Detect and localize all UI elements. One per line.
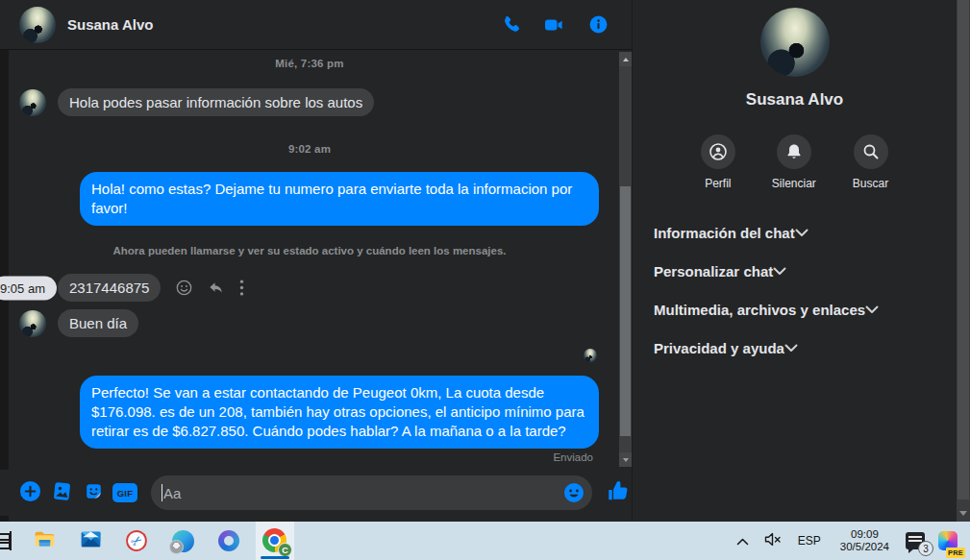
- message-input-pill[interactable]: [151, 475, 592, 510]
- time-divider: Mié, 7:36 pm: [0, 58, 619, 69]
- avatar[interactable]: [19, 7, 56, 43]
- main-row: Susana Alvo: [0, 0, 970, 522]
- action-label: Perfil: [705, 177, 731, 190]
- info-icon: [588, 14, 609, 35]
- profile-avatar[interactable]: [760, 8, 830, 77]
- avatar[interactable]: [19, 89, 46, 116]
- open-more-actions-button[interactable]: [17, 480, 42, 505]
- menu-item-media-files-links[interactable]: Multimedia, archivos y enlaces: [633, 290, 957, 329]
- message-row-incoming: Buen día: [0, 309, 619, 337]
- time-divider: 9:02 am: [0, 143, 619, 155]
- attach-gif-button[interactable]: GIF: [112, 480, 137, 505]
- message-row-incoming: Hola podes pasar información sobre los a…: [0, 88, 619, 116]
- attach-photo-button[interactable]: [49, 480, 74, 505]
- search-in-conversation-button[interactable]: Buscar: [853, 134, 888, 190]
- menu-label: Información del chat: [654, 225, 795, 241]
- photo-icon: [51, 480, 73, 506]
- message-row-outgoing: Perfecto! Se van a estar contactando de …: [0, 376, 619, 449]
- system-message: Ahora pueden llamarse y ver su estado ac…: [98, 245, 521, 256]
- message-input[interactable]: [163, 475, 548, 510]
- emoji-icon: [562, 491, 585, 507]
- reply-icon[interactable]: [208, 280, 224, 296]
- react-emoji-icon[interactable]: [176, 280, 192, 296]
- sidebar-menu: Información del chat Personalizar chat M…: [633, 213, 957, 367]
- chrome-profile-badge: C: [278, 543, 292, 557]
- scroll-down-arrow-icon[interactable]: [959, 511, 967, 516]
- attach-sticker-button[interactable]: [81, 480, 106, 505]
- mute-button[interactable]: Silenciar: [772, 134, 816, 190]
- chrome-browser-button[interactable]: C: [256, 522, 294, 560]
- copilot-pre-badge: PRE: [946, 548, 965, 558]
- menu-label: Personalizar chat: [654, 263, 773, 280]
- video-call-button[interactable]: [541, 12, 566, 37]
- message-bubble[interactable]: Hola! como estas? Dejame tu numero para …: [80, 172, 599, 226]
- menu-item-privacy-support[interactable]: Privacidad y ayuda: [633, 329, 957, 367]
- person-circle-icon: [701, 134, 735, 169]
- action-label: Silenciar: [772, 177, 816, 190]
- tray-date: 30/5/2024: [840, 541, 889, 553]
- chevron-down-icon: [795, 224, 808, 241]
- phone-icon: [500, 14, 520, 35]
- notification-center-button[interactable]: 3: [899, 522, 932, 560]
- chevron-up-icon: [736, 532, 749, 549]
- sticker-icon: [83, 480, 105, 506]
- choose-emoji-button[interactable]: [562, 481, 585, 504]
- voice-call-button[interactable]: [497, 12, 522, 37]
- menu-item-customize-chat[interactable]: Personalizar chat: [633, 252, 957, 290]
- clock[interactable]: 09:09 30/5/2024: [831, 522, 899, 560]
- chat-scrollbar[interactable]: [619, 52, 632, 467]
- delivery-status: Enviado: [0, 451, 619, 463]
- screen: Susana Alvo: [0, 0, 970, 560]
- copilot-button[interactable]: PRE: [932, 522, 964, 560]
- profile-button[interactable]: Perfil: [701, 134, 735, 190]
- file-explorer-button[interactable]: [25, 522, 63, 560]
- window-scrollbar[interactable]: [957, 0, 970, 522]
- volume-button[interactable]: [758, 522, 788, 560]
- message-bubble[interactable]: Hola podes pasar información sobre los a…: [58, 88, 374, 116]
- bell-icon: [777, 134, 811, 169]
- scissors-icon: ✂: [123, 527, 150, 554]
- message-time-tooltip: 9:05 am: [0, 276, 57, 300]
- office-app-button[interactable]: [210, 522, 248, 560]
- language-indicator[interactable]: ESP: [788, 522, 831, 560]
- message-list[interactable]: Mié, 7:36 pm Hola podes pasar informació…: [0, 50, 619, 477]
- conversation-info-sidebar: Susana Alvo Perfil Silenciar: [632, 0, 957, 522]
- office-icon: [218, 530, 239, 551]
- snipping-tool-button[interactable]: ✂: [117, 522, 156, 560]
- scroll-up-arrow-icon[interactable]: [619, 52, 632, 66]
- conversation-info-button[interactable]: [585, 12, 610, 37]
- scrollbar-thumb[interactable]: [958, 0, 969, 499]
- thumbs-up-icon: [606, 478, 631, 507]
- scrollbar-thumb[interactable]: [620, 186, 631, 436]
- chat-window: Susana Alvo: [0, 0, 632, 522]
- menu-label: Privacidad y ayuda: [654, 340, 784, 356]
- mail-envelope-icon: [79, 527, 103, 555]
- taskbar-apps: ✂ C: [0, 522, 294, 560]
- edge-browser-button[interactable]: [163, 522, 202, 560]
- message-bubble[interactable]: 2317446875: [58, 274, 161, 302]
- taskbar: ✂ C: [0, 522, 970, 560]
- tray-expand-button[interactable]: [729, 522, 758, 560]
- chevron-down-icon: [784, 339, 798, 356]
- message-bubble[interactable]: Buen día: [58, 309, 138, 337]
- tray-time: 09:09: [840, 528, 889, 541]
- chat-header: Susana Alvo: [0, 0, 632, 50]
- header-actions: [497, 12, 618, 37]
- message-row-outgoing: Hola! como estas? Dejame tu numero para …: [0, 172, 619, 226]
- speaker-muted-icon: [764, 532, 782, 550]
- conversation-title[interactable]: Susana Alvo: [67, 16, 153, 33]
- chevron-down-icon: [865, 301, 879, 318]
- avatar[interactable]: [19, 310, 46, 337]
- folder-icon: [33, 527, 57, 555]
- cutoff-app-icon: [0, 531, 12, 550]
- mail-button[interactable]: [71, 522, 110, 560]
- more-options-icon[interactable]: [239, 280, 244, 296]
- message-hover-actions: [176, 280, 244, 296]
- gif-icon: GIF: [112, 483, 137, 502]
- taskbar-cutoff-app[interactable]: [0, 522, 12, 560]
- message-bubble[interactable]: Perfecto! Se van a estar contactando de …: [80, 376, 599, 449]
- scroll-down-arrow-icon[interactable]: [619, 452, 632, 467]
- menu-item-chat-info[interactable]: Información del chat: [633, 213, 957, 252]
- send-like-button[interactable]: [606, 479, 632, 506]
- seen-avatar: [584, 349, 597, 362]
